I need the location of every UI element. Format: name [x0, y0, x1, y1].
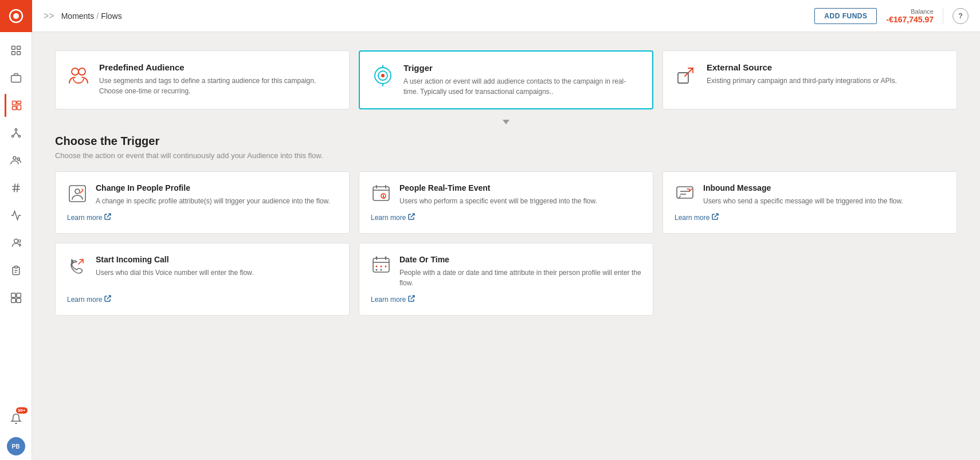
- incoming-call-desc: Users who dial this Voice number will en…: [96, 268, 253, 278]
- sidebar-bottom: 99+ PB: [5, 405, 28, 460]
- profile-change-icon: [67, 183, 88, 206]
- external-link-icon-4: [104, 295, 111, 304]
- trigger-icon: [371, 64, 394, 89]
- external-link-icon: [104, 213, 111, 222]
- svg-point-20: [14, 239, 18, 243]
- app-logo[interactable]: [0, 0, 32, 32]
- svg-rect-27: [11, 298, 15, 303]
- sidebar-item-integrations[interactable]: [5, 286, 28, 309]
- trigger-audience-desc: A user action or event will add audience…: [403, 76, 641, 97]
- user-avatar[interactable]: PB: [7, 437, 25, 455]
- realtime-event-desc: Users who perform a specific event will …: [399, 196, 597, 206]
- external-link-icon-5: [408, 295, 415, 304]
- date-time-desc: People with a date or date and time attr…: [399, 268, 641, 288]
- trigger-card-profile-change[interactable]: Change In People Profile A change in spe…: [55, 171, 350, 234]
- external-link-icon-3: [712, 213, 719, 222]
- inbound-message-icon: [675, 183, 695, 206]
- svg-point-30: [79, 68, 85, 75]
- content-area: Predefined Audience Use segments and tag…: [32, 32, 980, 460]
- svg-point-15: [17, 158, 19, 160]
- breadcrumb-current: Flows: [101, 11, 122, 21]
- svg-point-29: [72, 68, 79, 75]
- predefined-audience-icon: [67, 64, 90, 89]
- trigger-cards-grid: Change In People Profile A change in spe…: [55, 171, 957, 316]
- svg-rect-2: [11, 46, 15, 50]
- sidebar-item-audiences[interactable]: [5, 231, 28, 254]
- svg-rect-40: [373, 187, 389, 200]
- svg-rect-25: [11, 293, 15, 298]
- sidebar-item-hashtag[interactable]: [5, 176, 28, 199]
- inbound-message-learn-more[interactable]: Learn more: [675, 213, 945, 222]
- realtime-event-learn-more[interactable]: Learn more: [371, 213, 641, 222]
- svg-point-33: [381, 74, 385, 77]
- incoming-call-title: Start Incoming Call: [96, 255, 253, 264]
- external-source-desc: Existing primary campaign and third-part…: [707, 76, 897, 86]
- breadcrumb-parent[interactable]: Moments: [61, 11, 95, 21]
- predefined-audience-card[interactable]: Predefined Audience Use segments and tag…: [55, 50, 350, 109]
- help-button[interactable]: ?: [952, 8, 969, 24]
- external-source-icon: [675, 64, 697, 89]
- trigger-section-title: Choose the Trigger: [55, 135, 957, 148]
- sidebar-item-moments[interactable]: [5, 94, 28, 117]
- svg-line-19: [17, 184, 18, 192]
- add-funds-button[interactable]: ADD FUNDS: [814, 8, 877, 24]
- date-time-title: Date Or Time: [399, 255, 641, 264]
- main-area: >> Moments / Flows ADD FUNDS Balance -€1…: [32, 0, 980, 460]
- notification-count: 99+: [16, 407, 28, 414]
- svg-point-12: [11, 135, 13, 137]
- incoming-call-icon: [67, 255, 88, 278]
- svg-point-13: [18, 135, 20, 137]
- realtime-event-title: People Real-Time Event: [399, 183, 597, 192]
- external-source-title: External Source: [707, 62, 897, 72]
- svg-rect-9: [17, 105, 21, 109]
- svg-point-21: [18, 240, 20, 242]
- notifications-button[interactable]: 99+: [5, 407, 28, 430]
- predefined-audience-title: Predefined Audience: [99, 62, 338, 72]
- breadcrumb-separator: /: [96, 11, 99, 21]
- balance-display: Balance -€167,745.97: [886, 8, 934, 24]
- svg-rect-8: [17, 101, 21, 104]
- topbar-divider: [943, 7, 943, 25]
- topbar: >> Moments / Flows ADD FUNDS Balance -€1…: [32, 0, 980, 32]
- sidebar-item-analytics[interactable]: [5, 204, 28, 227]
- svg-rect-47: [677, 187, 693, 198]
- sidebar-item-journeys[interactable]: [5, 121, 28, 144]
- collapse-icon[interactable]: >>: [44, 11, 54, 21]
- realtime-event-icon: [371, 183, 391, 206]
- sidebar-item-content[interactable]: [5, 259, 28, 282]
- profile-change-learn-more[interactable]: Learn more: [67, 213, 338, 222]
- trigger-card-inbound-message[interactable]: Inbound Message Users who send a specifi…: [663, 171, 957, 234]
- svg-rect-3: [17, 46, 20, 50]
- trigger-card-realtime-event[interactable]: People Real-Time Event Users who perform…: [359, 171, 653, 234]
- svg-point-14: [13, 156, 16, 159]
- svg-rect-26: [16, 293, 21, 298]
- svg-point-58: [385, 266, 387, 268]
- svg-point-59: [376, 269, 378, 271]
- external-source-card[interactable]: External Source Existing primary campaig…: [663, 50, 957, 109]
- svg-point-57: [381, 266, 382, 268]
- external-link-icon-2: [408, 213, 415, 222]
- svg-rect-5: [17, 52, 20, 55]
- topbar-right: ADD FUNDS Balance -€167,745.97 ?: [814, 7, 969, 25]
- svg-point-60: [381, 269, 382, 271]
- trigger-audience-card[interactable]: Trigger A user action or event will add …: [359, 50, 653, 109]
- predefined-audience-desc: Use segments and tags to define a starti…: [99, 76, 338, 96]
- balance-value: -€167,745.97: [886, 15, 934, 24]
- trigger-audience-title: Trigger: [403, 63, 641, 73]
- incoming-call-learn-more[interactable]: Learn more: [67, 295, 338, 304]
- svg-marker-37: [503, 120, 509, 124]
- trigger-card-date-time[interactable]: Date Or Time People with a date or date …: [359, 243, 653, 316]
- sidebar-item-dashboard[interactable]: [5, 39, 28, 62]
- date-time-learn-more[interactable]: Learn more: [371, 295, 641, 304]
- predefined-audience-body: Predefined Audience Use segments and tag…: [99, 62, 338, 96]
- trigger-section-desc: Choose the action or event that will con…: [55, 151, 957, 160]
- audience-type-cards: Predefined Audience Use segments and tag…: [55, 50, 957, 109]
- sidebar: 99+ PB: [0, 0, 32, 460]
- trigger-card-incoming-call[interactable]: Start Incoming Call Users who dial this …: [55, 243, 350, 316]
- date-time-icon: [371, 255, 391, 278]
- sidebar-item-people[interactable]: [5, 149, 28, 172]
- trigger-card-empty: [663, 243, 957, 316]
- svg-point-11: [15, 129, 17, 131]
- svg-rect-7: [13, 101, 17, 105]
- sidebar-item-campaigns[interactable]: [5, 66, 28, 89]
